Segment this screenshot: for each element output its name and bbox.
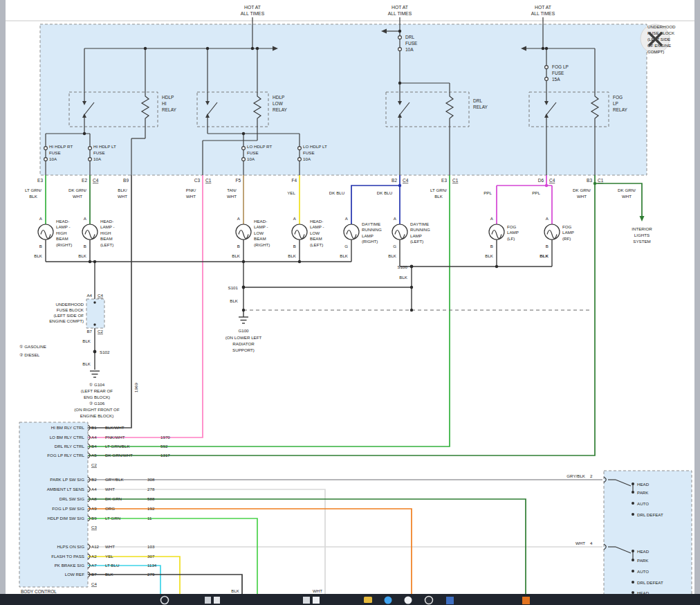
svg-text:DRL RLY CTRL: DRL RLY CTRL bbox=[55, 444, 85, 449]
svg-text:LT GRN: LT GRN bbox=[105, 516, 120, 521]
svg-text:PNK/WHT: PNK/WHT bbox=[105, 435, 125, 440]
taskbar-icon-app2[interactable] bbox=[214, 597, 220, 604]
svg-text:FUSE: FUSE bbox=[49, 150, 61, 155]
svg-text:HOT AT: HOT AT bbox=[392, 5, 408, 10]
exit-pin: E2 bbox=[82, 178, 87, 183]
svg-text:LP: LP bbox=[613, 101, 618, 106]
svg-text:HLPS ON SIG: HLPS ON SIG bbox=[57, 544, 84, 549]
svg-text:HI HDLP RT: HI HDLP RT bbox=[49, 144, 73, 149]
svg-text:BLK/WHT: BLK/WHT bbox=[105, 425, 125, 430]
svg-text:C2: C2 bbox=[98, 329, 103, 334]
svg-text:15A: 15A bbox=[552, 77, 560, 82]
svg-text:DRL SW SIG: DRL SW SIG bbox=[59, 496, 84, 501]
svg-text:B: B bbox=[490, 244, 493, 249]
bottom-label-wht: WHT bbox=[313, 588, 322, 593]
interior-lights-system: INTERIOR LIGHTS SYSTEM bbox=[632, 226, 652, 244]
taskbar-icon-app7[interactable] bbox=[446, 597, 454, 604]
svg-text:B9: B9 bbox=[91, 516, 97, 521]
svg-text:HOT AT: HOT AT bbox=[244, 5, 261, 10]
svg-text:1134: 1134 bbox=[147, 563, 157, 568]
taskbar-icon-app5[interactable] bbox=[405, 597, 412, 604]
svg-text:BLK: BLK bbox=[340, 253, 349, 258]
svg-text:WHT: WHT bbox=[118, 194, 127, 199]
svg-text:① GASOLINE: ① GASOLINE bbox=[19, 344, 46, 349]
svg-text:BLK: BLK bbox=[485, 253, 494, 258]
svg-text:ALL TIMES: ALL TIMES bbox=[388, 11, 412, 16]
svg-text:DRL: DRL bbox=[473, 98, 482, 103]
svg-text:DRL DEFEAT: DRL DEFEAT bbox=[637, 512, 663, 517]
svg-text:FOG LP RLY CTRL: FOG LP RLY CTRL bbox=[47, 453, 84, 458]
svg-text:AUTO: AUTO bbox=[637, 569, 649, 574]
svg-text:(LEFT SIDE OF: (LEFT SIDE OF bbox=[53, 313, 84, 318]
svg-text:A4: A4 bbox=[91, 487, 97, 491]
exit-conn: C1 bbox=[452, 178, 459, 183]
svg-text:DK GRN/: DK GRN/ bbox=[573, 188, 591, 192]
svg-text:GRY/BLK: GRY/BLK bbox=[567, 473, 586, 478]
svg-text:A5: A5 bbox=[91, 453, 97, 458]
svg-text:HEAD: HEAD bbox=[637, 482, 650, 487]
svg-text:FOG: FOG bbox=[613, 95, 623, 100]
taskbar-icon-app1[interactable] bbox=[205, 597, 211, 604]
svg-text:DRL DEFEAT: DRL DEFEAT bbox=[637, 580, 663, 585]
exit-conn: C1 bbox=[598, 178, 604, 183]
svg-text:11: 11 bbox=[147, 516, 152, 521]
svg-text:G100: G100 bbox=[238, 328, 249, 333]
svg-text:10A: 10A bbox=[247, 156, 255, 161]
svg-text:1970: 1970 bbox=[160, 435, 170, 440]
taskbar[interactable] bbox=[0, 594, 700, 605]
svg-text:FOG LP: FOG LP bbox=[552, 64, 569, 69]
svg-text:AUTO: AUTO bbox=[637, 501, 649, 506]
svg-text:10A: 10A bbox=[49, 156, 57, 161]
taskbar-icon-browser[interactable] bbox=[385, 597, 392, 604]
svg-text:WHT: WHT bbox=[73, 194, 82, 199]
svg-text:10A: 10A bbox=[93, 156, 102, 161]
svg-text:RELAY: RELAY bbox=[613, 107, 627, 112]
svg-text:(LEFT REAR OF: (LEFT REAR OF bbox=[81, 388, 113, 393]
bottom-label-blk: BLK bbox=[231, 588, 240, 593]
svg-text:GRY/BLK: GRY/BLK bbox=[105, 477, 125, 482]
svg-text:DK GRN/WHT: DK GRN/WHT bbox=[105, 453, 133, 458]
svg-text:FUSE: FUSE bbox=[405, 41, 418, 46]
svg-text:BLK: BLK bbox=[82, 361, 91, 366]
wiring-diagram-canvas: HOT AT ALL TIMES HOT AT ALL TIMES HOT AT… bbox=[0, 0, 700, 605]
svg-text:B7: B7 bbox=[91, 572, 97, 577]
svg-text:B: B bbox=[293, 244, 296, 249]
svg-text:S100: S100 bbox=[398, 264, 408, 269]
svg-text:DK BLU: DK BLU bbox=[377, 190, 392, 195]
svg-text:B: B bbox=[237, 244, 240, 249]
svg-text:S102: S102 bbox=[100, 350, 110, 354]
svg-text:A8: A8 bbox=[91, 496, 97, 501]
taskbar-icon-app8[interactable] bbox=[522, 597, 530, 604]
svg-text:RELAY: RELAY bbox=[473, 105, 488, 109]
taskbar-icon-app6[interactable] bbox=[425, 597, 433, 604]
exit-pin: B2 bbox=[392, 178, 397, 183]
svg-text:COMPT): COMPT) bbox=[647, 49, 664, 54]
svg-text:S101: S101 bbox=[228, 285, 239, 290]
svg-text:10A: 10A bbox=[303, 156, 311, 161]
svg-text:A9: A9 bbox=[91, 506, 97, 511]
svg-text:(LEFT SIDE: (LEFT SIDE bbox=[647, 37, 670, 42]
junction bbox=[242, 132, 245, 135]
svg-text:A4: A4 bbox=[86, 293, 92, 298]
svg-text:C2: C2 bbox=[91, 462, 97, 467]
svg-text:PARK: PARK bbox=[637, 490, 649, 495]
svg-text:278: 278 bbox=[147, 487, 155, 491]
junction bbox=[545, 184, 548, 187]
svg-text:ORG: ORG bbox=[105, 506, 115, 511]
svg-text:PNK/: PNK/ bbox=[186, 188, 196, 192]
svg-text:① G104: ① G104 bbox=[89, 382, 105, 387]
svg-text:LIGHTS: LIGHTS bbox=[634, 233, 650, 237]
taskbar-icon-folder[interactable] bbox=[364, 597, 372, 603]
svg-text:② DIESEL: ② DIESEL bbox=[19, 352, 40, 357]
svg-text:LO HDLP LT: LO HDLP LT bbox=[303, 144, 327, 149]
svg-text:C4: C4 bbox=[98, 293, 103, 298]
svg-text:A7: A7 bbox=[91, 563, 97, 568]
svg-text:FOG LP SW SIG: FOG LP SW SIG bbox=[52, 506, 84, 511]
taskbar-icon-app3[interactable] bbox=[303, 597, 310, 604]
svg-text:LO BM RLY CTRL: LO BM RLY CTRL bbox=[50, 435, 85, 440]
taskbar-icon-app4[interactable] bbox=[313, 597, 320, 604]
svg-text:RELAY: RELAY bbox=[162, 107, 176, 112]
exit-pin: E3 bbox=[37, 178, 43, 183]
svg-text:307: 307 bbox=[147, 554, 155, 559]
svg-text:LT GRN/: LT GRN/ bbox=[430, 188, 447, 192]
